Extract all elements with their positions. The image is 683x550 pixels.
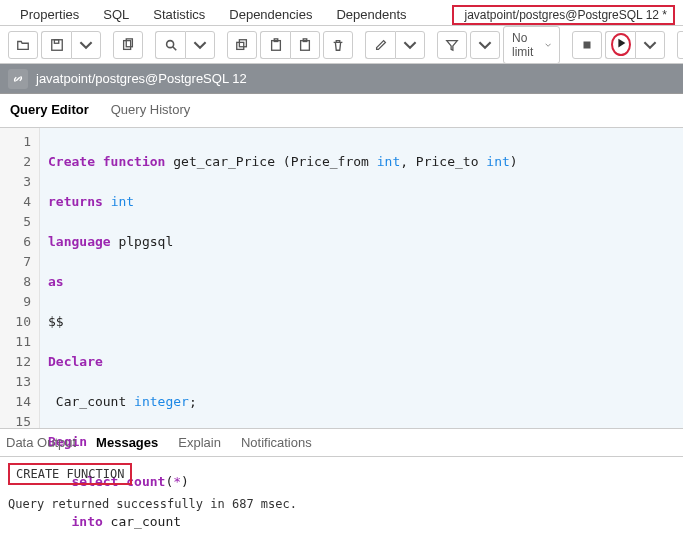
save-button[interactable] — [41, 31, 71, 59]
tab-sql[interactable]: SQL — [91, 3, 141, 26]
query-tab-label: javatpoint/postgres@PostgreSQL 12 * — [464, 8, 667, 22]
paste-button[interactable] — [260, 31, 290, 59]
find-button[interactable] — [155, 31, 185, 59]
code-content[interactable]: Create function get_car_Price (Price_fro… — [40, 128, 683, 428]
svg-rect-2 — [54, 39, 58, 43]
code-editor[interactable]: 123456789101112131415 Create function ge… — [0, 128, 683, 428]
svg-rect-1 — [51, 39, 62, 50]
play-icon — [611, 33, 631, 56]
tab-data-output[interactable]: Data Output — [6, 435, 76, 450]
svg-point-5 — [166, 40, 173, 47]
connection-icon[interactable] — [8, 69, 28, 89]
tab-dependents[interactable]: Dependents — [324, 3, 418, 26]
tab-explain[interactable]: Explain — [178, 435, 221, 450]
line-gutter: 123456789101112131415 — [0, 128, 40, 428]
stop-button[interactable] — [572, 31, 602, 59]
toolbar: No limit — [0, 26, 683, 64]
tab-statistics[interactable]: Statistics — [141, 3, 217, 26]
filter-button[interactable] — [437, 31, 467, 59]
tab-notifications[interactable]: Notifications — [241, 435, 312, 450]
svg-rect-3 — [124, 40, 131, 49]
tab-query-tool[interactable]: javatpoint/postgres@PostgreSQL 12 * — [452, 5, 675, 25]
limit-label: No limit — [512, 31, 537, 59]
save-dropdown[interactable] — [71, 31, 101, 59]
tab-query-history[interactable]: Query History — [111, 102, 190, 121]
svg-rect-7 — [239, 39, 246, 46]
limit-select[interactable]: No limit — [503, 26, 560, 64]
edit-dropdown[interactable] — [395, 31, 425, 59]
delete-button[interactable] — [323, 31, 353, 59]
copy-rows-button[interactable] — [227, 31, 257, 59]
paste-rows-button[interactable] — [290, 31, 320, 59]
tab-messages[interactable]: Messages — [96, 435, 158, 450]
svg-rect-12 — [584, 41, 591, 48]
tab-dependencies[interactable]: Dependencies — [217, 3, 324, 26]
execute-dropdown[interactable] — [635, 31, 665, 59]
svg-rect-6 — [237, 42, 244, 49]
find-dropdown[interactable] — [185, 31, 215, 59]
filter-dropdown[interactable] — [470, 31, 500, 59]
panel-tabs: Properties SQL Statistics Dependencies D… — [0, 0, 683, 26]
editor-tabs: Query Editor Query History — [0, 94, 683, 128]
explain-button[interactable] — [677, 31, 683, 59]
open-file-button[interactable] — [8, 31, 38, 59]
tab-query-editor[interactable]: Query Editor — [10, 102, 89, 121]
tab-properties[interactable]: Properties — [8, 3, 91, 26]
edit-button[interactable] — [365, 31, 395, 59]
execute-button[interactable] — [605, 31, 635, 59]
copy-button[interactable] — [113, 31, 143, 59]
connection-bar: javatpoint/postgres@PostgreSQL 12 — [0, 64, 683, 94]
result-message: CREATE FUNCTION — [8, 463, 132, 485]
connection-label: javatpoint/postgres@PostgreSQL 12 — [36, 71, 247, 86]
